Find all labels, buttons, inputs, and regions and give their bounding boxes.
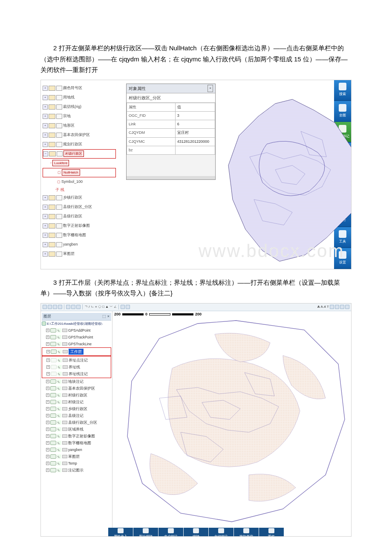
visibility-icon[interactable] xyxy=(50,328,56,332)
expand-icon[interactable]: + xyxy=(46,380,49,383)
tool-icon[interactable] xyxy=(345,305,349,309)
style-swatch[interactable] xyxy=(62,380,67,383)
visibility-icon[interactable] xyxy=(51,372,57,376)
expand-icon[interactable]: + xyxy=(46,329,49,332)
expand-icon[interactable]: + xyxy=(43,242,48,247)
expand-icon[interactable]: − xyxy=(43,151,48,156)
layer-row[interactable]: +✎基本农田保护区 xyxy=(42,385,111,392)
visibility-icon[interactable] xyxy=(50,400,56,404)
tool-icon[interactable] xyxy=(126,305,130,309)
bottom-tool-button[interactable]: 编辑 xyxy=(184,528,208,537)
layer-row[interactable]: +✎界址点注记 xyxy=(42,357,111,364)
layer-row[interactable]: +✎村级注记 xyxy=(42,399,111,405)
visibility-icon[interactable] xyxy=(50,448,56,452)
layer-row[interactable]: +✎界址线 xyxy=(42,364,111,370)
attr-val[interactable]: 6 xyxy=(175,120,215,129)
style-swatch[interactable] xyxy=(62,462,67,465)
expand-icon[interactable]: + xyxy=(43,205,48,210)
tool-icon[interactable] xyxy=(66,305,70,309)
style-swatch[interactable] xyxy=(62,441,67,445)
expand-icon[interactable]: + xyxy=(46,462,49,465)
visibility-icon[interactable] xyxy=(50,386,56,390)
edit-icon[interactable]: ✎ xyxy=(57,427,61,431)
layer-row[interactable]: +✎数字栅格地图 xyxy=(42,439,111,446)
style-swatch[interactable] xyxy=(63,365,68,369)
layer-row[interactable]: +✎GPSAddPoint xyxy=(42,327,111,334)
bottom-tool-button[interactable]: 属性录入 xyxy=(108,528,133,537)
expand-icon[interactable]: + xyxy=(46,400,49,404)
visibility-icon[interactable] xyxy=(50,342,56,346)
layer-row[interactable]: +✎县级注记 xyxy=(42,412,111,419)
expand-icon[interactable]: + xyxy=(46,358,50,362)
visibility-icon[interactable] xyxy=(50,434,56,438)
bottom-tool-button[interactable]: 地块查询 xyxy=(234,528,259,537)
visibility-icon[interactable] xyxy=(50,461,56,465)
style-swatch[interactable] xyxy=(62,448,67,451)
tool-text-T[interactable]: T xyxy=(327,304,329,310)
expand-icon[interactable]: + xyxy=(43,195,48,200)
expand-icon[interactable]: + xyxy=(46,350,50,353)
tool-text-A[interactable]: A xyxy=(320,304,323,310)
visibility-icon[interactable] xyxy=(50,454,56,459)
tree-node[interactable]: +裁切线(rig) xyxy=(43,102,116,112)
expand-icon[interactable]: + xyxy=(43,214,48,219)
tool-text-A[interactable]: A xyxy=(324,304,326,310)
style-swatch[interactable] xyxy=(62,455,67,458)
layer-row[interactable]: +✎yangben xyxy=(42,446,111,453)
tree-node[interactable]: −村级行政区 xyxy=(43,149,116,159)
style-swatch[interactable] xyxy=(62,414,67,417)
style-swatch[interactable] xyxy=(62,329,67,332)
edit-icon[interactable]: ✎ xyxy=(57,407,61,411)
layer-row[interactable]: +✎地块注记 xyxy=(42,378,111,385)
expand-icon[interactable]: + xyxy=(43,86,48,91)
expand-icon[interactable]: + xyxy=(46,434,49,438)
visibility-icon[interactable] xyxy=(51,350,57,354)
expand-icon[interactable]: + xyxy=(43,104,48,110)
tree-node[interactable]: +县级行政区 xyxy=(43,212,116,221)
bottom-tool-button[interactable]: 自动标注 xyxy=(209,528,233,537)
tree-node[interactable]: +乡镇行政区 xyxy=(43,193,116,202)
layer-row[interactable]: +✎数字正射影像图 xyxy=(42,433,111,439)
layer-row[interactable]: +✎GPSTrackPoint xyxy=(42,334,111,341)
edit-icon[interactable]: ✎ xyxy=(57,454,61,459)
style-swatch[interactable] xyxy=(62,468,67,472)
layer-row[interactable]: +✎村级行政区 xyxy=(42,392,111,399)
tool-icon[interactable] xyxy=(58,305,62,309)
style-swatch[interactable] xyxy=(62,400,67,404)
expand-icon[interactable]: + xyxy=(46,393,49,397)
expand-icon[interactable]: + xyxy=(43,223,48,228)
tool-icon[interactable] xyxy=(43,305,47,309)
style-swatch[interactable] xyxy=(62,387,67,390)
attr-val[interactable]: 431281201220000 xyxy=(175,137,215,146)
style-swatch[interactable] xyxy=(63,350,68,353)
bottom-tool-button[interactable]: 界址编辑 xyxy=(133,528,158,537)
style-swatch[interactable] xyxy=(62,342,67,346)
visibility-icon[interactable] xyxy=(50,413,56,418)
tool-text-A[interactable]: A xyxy=(317,304,320,310)
style-swatch[interactable] xyxy=(63,372,68,376)
edit-icon[interactable]: ✎ xyxy=(58,350,62,354)
layer-row[interactable]: +✎Temp xyxy=(42,460,111,467)
edit-icon[interactable]: ✎ xyxy=(57,434,61,438)
tree-node[interactable]: +用地线 xyxy=(43,93,116,102)
edit-icon[interactable]: ✎ xyxy=(58,358,62,362)
layer-row[interactable]: +✎区域界线 xyxy=(42,426,111,433)
edit-icon[interactable]: ✎ xyxy=(57,328,61,332)
layer-row[interactable]: +✎GPSTrackLine xyxy=(42,341,111,347)
close-icon[interactable]: × xyxy=(208,85,213,92)
tool-icon[interactable] xyxy=(71,305,75,309)
expand-icon[interactable]: + xyxy=(46,342,49,346)
edit-icon[interactable]: ✎ xyxy=(57,335,61,339)
visibility-icon[interactable] xyxy=(50,441,56,445)
visibility-icon[interactable] xyxy=(51,365,57,369)
project-path-line[interactable]: E:\工作2014\walk经管权\湖南经管权\ xyxy=(42,321,111,327)
tool-icon[interactable] xyxy=(53,305,57,309)
bottom-tool-button[interactable]: 图件 xyxy=(259,528,284,537)
expand-icon[interactable]: + xyxy=(46,421,49,424)
panel-pin-icon[interactable]: ⬚ × xyxy=(102,313,110,320)
expand-icon[interactable]: + xyxy=(46,335,49,339)
tree-node[interactable]: +宗地 xyxy=(43,112,116,121)
expand-icon[interactable]: + xyxy=(43,233,48,238)
expand-icon[interactable]: + xyxy=(46,448,49,451)
expand-icon[interactable]: + xyxy=(46,387,49,390)
